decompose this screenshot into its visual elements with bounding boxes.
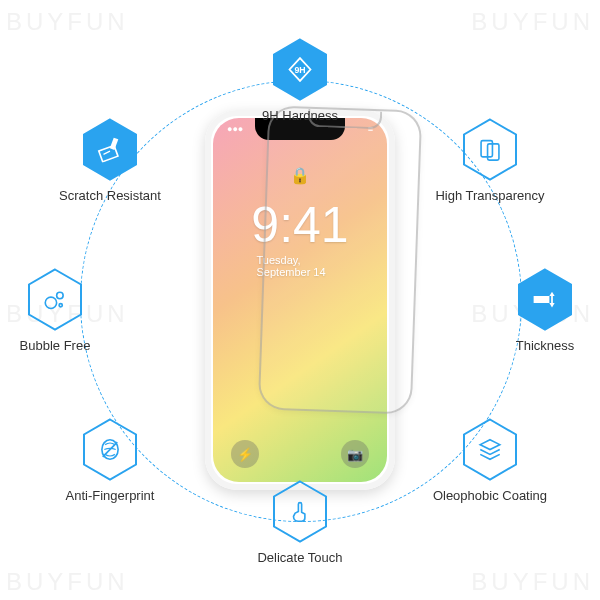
- feature-anti_fingerprint: Anti-Fingerprint: [40, 418, 180, 503]
- watermark: BUYFUN: [471, 568, 594, 596]
- transparency-icon: [476, 136, 504, 164]
- svg-marker-12: [480, 440, 500, 450]
- fingerprint-icon: [96, 436, 124, 464]
- feature-label: Delicate Touch: [257, 550, 342, 565]
- svg-marker-9: [549, 292, 554, 296]
- feature-label: Oleophobic Coating: [433, 488, 547, 503]
- svg-marker-10: [549, 303, 554, 307]
- hex-badge: [82, 418, 138, 482]
- scratch-icon: [96, 136, 124, 164]
- svg-line-24: [104, 151, 111, 154]
- camera-icon: 📷: [341, 440, 369, 468]
- feature-label: 9H Hardness: [262, 108, 338, 123]
- feature-oleophobic: Oleophobic Coating: [420, 418, 560, 503]
- feature-scratch: Scratch Resistant: [40, 118, 180, 203]
- svg-point-19: [57, 292, 64, 299]
- svg-point-18: [45, 297, 56, 308]
- watermark: BUYFUN: [6, 568, 129, 596]
- flashlight-icon: ⚡: [231, 440, 259, 468]
- feature-delicate: Delicate Touch: [230, 480, 370, 565]
- feature-label: Bubble Free: [20, 338, 91, 353]
- svg-text:9H: 9H: [294, 65, 305, 75]
- feature-label: Scratch Resistant: [59, 188, 161, 203]
- hardness-9h-icon: 9H: [286, 56, 314, 84]
- feature-hardness: 9H9H Hardness: [230, 38, 370, 123]
- thickness-icon: [531, 286, 559, 314]
- layers-icon: [476, 436, 504, 464]
- svg-point-20: [59, 304, 62, 307]
- feature-transparency: High Transparency: [420, 118, 560, 203]
- hex-badge: [462, 418, 518, 482]
- hex-badge: [82, 118, 138, 182]
- bubbles-icon: [41, 286, 69, 314]
- hex-badge: 9H: [272, 38, 328, 102]
- feature-bubble_free: Bubble Free: [0, 268, 125, 353]
- touch-icon: [286, 498, 314, 526]
- svg-rect-23: [110, 138, 118, 150]
- carrier-indicator: ●●●: [227, 124, 243, 134]
- svg-rect-7: [534, 296, 550, 303]
- hex-badge: [517, 268, 573, 332]
- hex-badge: [272, 480, 328, 544]
- feature-label: Anti-Fingerprint: [66, 488, 155, 503]
- hex-badge: [462, 118, 518, 182]
- watermark: BUYFUN: [6, 8, 129, 36]
- screen-protector: [258, 105, 423, 414]
- feature-label: Thickness: [516, 338, 575, 353]
- watermark: BUYFUN: [471, 8, 594, 36]
- feature-thickness: Thickness: [475, 268, 600, 353]
- hex-badge: [27, 268, 83, 332]
- product-infographic: BUYFUN BUYFUN BUYFUN BUYFUN BUYFUN BUYFU…: [0, 0, 600, 600]
- feature-label: High Transparency: [435, 188, 544, 203]
